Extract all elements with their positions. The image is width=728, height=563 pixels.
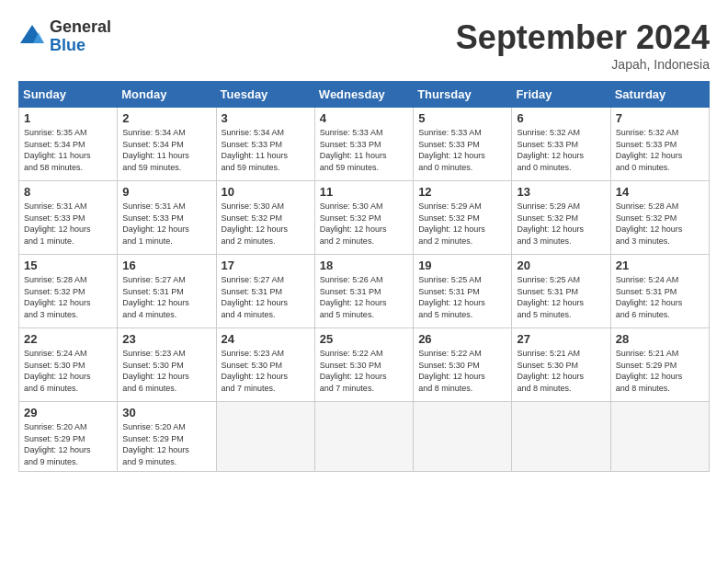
day-number: 11 [320, 185, 408, 199]
logo: General Blue [18, 18, 111, 55]
week-row-2: 8Sunrise: 5:31 AM Sunset: 5:33 PM Daylig… [19, 181, 710, 255]
header-cell-sunday: Sunday [19, 82, 118, 108]
day-cell: 25Sunrise: 5:22 AM Sunset: 5:30 PM Dayli… [314, 328, 413, 402]
header-cell-thursday: Thursday [414, 82, 512, 108]
day-info: Sunrise: 5:28 AM Sunset: 5:32 PM Dayligh… [24, 274, 112, 320]
day-number: 4 [320, 111, 408, 125]
day-info: Sunrise: 5:20 AM Sunset: 5:29 PM Dayligh… [24, 421, 112, 467]
day-cell: 22Sunrise: 5:24 AM Sunset: 5:30 PM Dayli… [19, 328, 118, 402]
day-number: 29 [24, 406, 112, 419]
day-cell: 26Sunrise: 5:22 AM Sunset: 5:30 PM Dayli… [414, 328, 512, 402]
day-cell: 27Sunrise: 5:21 AM Sunset: 5:30 PM Dayli… [512, 328, 610, 402]
day-cell [414, 402, 512, 472]
day-cell: 5Sunrise: 5:33 AM Sunset: 5:33 PM Daylig… [414, 108, 512, 181]
page-header: General Blue September 2024 Japah, Indon… [18, 18, 710, 72]
day-cell: 10Sunrise: 5:30 AM Sunset: 5:32 PM Dayli… [216, 181, 314, 255]
day-number: 1 [24, 111, 112, 125]
header-cell-tuesday: Tuesday [216, 82, 314, 108]
day-number: 19 [418, 259, 506, 272]
week-row-4: 22Sunrise: 5:24 AM Sunset: 5:30 PM Dayli… [19, 328, 710, 402]
day-number: 20 [517, 259, 605, 272]
day-cell: 17Sunrise: 5:27 AM Sunset: 5:31 PM Dayli… [216, 255, 314, 328]
day-number: 8 [24, 185, 112, 199]
day-info: Sunrise: 5:29 AM Sunset: 5:32 PM Dayligh… [517, 201, 605, 247]
header-cell-saturday: Saturday [610, 82, 709, 108]
day-info: Sunrise: 5:30 AM Sunset: 5:32 PM Dayligh… [222, 201, 310, 247]
title-area: September 2024 Japah, Indonesia [456, 18, 710, 72]
day-info: Sunrise: 5:23 AM Sunset: 5:30 PM Dayligh… [122, 348, 210, 394]
day-info: Sunrise: 5:34 AM Sunset: 5:34 PM Dayligh… [122, 127, 210, 173]
day-cell [216, 402, 314, 472]
day-number: 14 [616, 185, 704, 199]
day-cell [512, 402, 610, 472]
day-number: 30 [122, 406, 210, 419]
day-info: Sunrise: 5:25 AM Sunset: 5:31 PM Dayligh… [517, 274, 605, 320]
day-number: 22 [24, 332, 112, 346]
header-row: SundayMondayTuesdayWednesdayThursdayFrid… [19, 82, 710, 108]
day-info: Sunrise: 5:22 AM Sunset: 5:30 PM Dayligh… [418, 348, 506, 394]
day-cell: 8Sunrise: 5:31 AM Sunset: 5:33 PM Daylig… [19, 181, 118, 255]
day-number: 27 [517, 332, 605, 346]
day-cell: 29Sunrise: 5:20 AM Sunset: 5:29 PM Dayli… [19, 402, 118, 472]
calendar-table: SundayMondayTuesdayWednesdayThursdayFrid… [18, 81, 710, 472]
day-info: Sunrise: 5:21 AM Sunset: 5:29 PM Dayligh… [616, 348, 704, 394]
day-number: 2 [122, 111, 210, 125]
day-number: 25 [320, 332, 408, 346]
day-cell: 12Sunrise: 5:29 AM Sunset: 5:32 PM Dayli… [414, 181, 512, 255]
day-cell: 6Sunrise: 5:32 AM Sunset: 5:33 PM Daylig… [512, 108, 610, 181]
day-info: Sunrise: 5:29 AM Sunset: 5:32 PM Dayligh… [418, 201, 506, 247]
day-number: 17 [222, 259, 310, 272]
day-number: 9 [122, 185, 210, 199]
calendar-header: SundayMondayTuesdayWednesdayThursdayFrid… [19, 82, 710, 108]
logo-blue-text: Blue [50, 37, 111, 55]
day-info: Sunrise: 5:28 AM Sunset: 5:32 PM Dayligh… [616, 201, 704, 247]
day-info: Sunrise: 5:27 AM Sunset: 5:31 PM Dayligh… [222, 274, 310, 320]
day-number: 10 [222, 185, 310, 199]
day-cell: 9Sunrise: 5:31 AM Sunset: 5:33 PM Daylig… [118, 181, 216, 255]
day-info: Sunrise: 5:25 AM Sunset: 5:31 PM Dayligh… [418, 274, 506, 320]
week-row-3: 15Sunrise: 5:28 AM Sunset: 5:32 PM Dayli… [19, 255, 710, 328]
logo-icon [18, 23, 46, 51]
day-number: 5 [418, 111, 506, 125]
calendar-body: 1Sunrise: 5:35 AM Sunset: 5:34 PM Daylig… [19, 108, 710, 472]
day-info: Sunrise: 5:30 AM Sunset: 5:32 PM Dayligh… [320, 201, 408, 247]
day-info: Sunrise: 5:31 AM Sunset: 5:33 PM Dayligh… [24, 201, 112, 247]
day-info: Sunrise: 5:23 AM Sunset: 5:30 PM Dayligh… [222, 348, 310, 394]
week-row-5: 29Sunrise: 5:20 AM Sunset: 5:29 PM Dayli… [19, 402, 710, 472]
day-info: Sunrise: 5:24 AM Sunset: 5:31 PM Dayligh… [616, 274, 704, 320]
day-cell: 30Sunrise: 5:20 AM Sunset: 5:29 PM Dayli… [118, 402, 216, 472]
header-cell-friday: Friday [512, 82, 610, 108]
day-number: 15 [24, 259, 112, 272]
day-cell: 18Sunrise: 5:26 AM Sunset: 5:31 PM Dayli… [314, 255, 413, 328]
day-number: 28 [616, 332, 704, 346]
day-cell: 13Sunrise: 5:29 AM Sunset: 5:32 PM Dayli… [512, 181, 610, 255]
day-info: Sunrise: 5:31 AM Sunset: 5:33 PM Dayligh… [122, 201, 210, 247]
day-info: Sunrise: 5:22 AM Sunset: 5:30 PM Dayligh… [320, 348, 408, 394]
day-number: 13 [517, 185, 605, 199]
logo-general-text: General [50, 18, 111, 37]
subtitle: Japah, Indonesia [456, 57, 710, 72]
day-info: Sunrise: 5:20 AM Sunset: 5:29 PM Dayligh… [122, 421, 210, 467]
day-info: Sunrise: 5:21 AM Sunset: 5:30 PM Dayligh… [517, 348, 605, 394]
day-cell: 3Sunrise: 5:34 AM Sunset: 5:33 PM Daylig… [216, 108, 314, 181]
day-cell: 2Sunrise: 5:34 AM Sunset: 5:34 PM Daylig… [118, 108, 216, 181]
day-number: 23 [122, 332, 210, 346]
day-cell: 14Sunrise: 5:28 AM Sunset: 5:32 PM Dayli… [610, 181, 709, 255]
day-info: Sunrise: 5:26 AM Sunset: 5:31 PM Dayligh… [320, 274, 408, 320]
day-number: 12 [418, 185, 506, 199]
day-cell: 7Sunrise: 5:32 AM Sunset: 5:33 PM Daylig… [610, 108, 709, 181]
day-number: 18 [320, 259, 408, 272]
day-info: Sunrise: 5:24 AM Sunset: 5:30 PM Dayligh… [24, 348, 112, 394]
day-number: 21 [616, 259, 704, 272]
day-cell: 23Sunrise: 5:23 AM Sunset: 5:30 PM Dayli… [118, 328, 216, 402]
day-cell [610, 402, 709, 472]
week-row-1: 1Sunrise: 5:35 AM Sunset: 5:34 PM Daylig… [19, 108, 710, 181]
day-info: Sunrise: 5:32 AM Sunset: 5:33 PM Dayligh… [517, 127, 605, 173]
header-cell-monday: Monday [118, 82, 216, 108]
logo-text: General Blue [50, 18, 111, 55]
day-number: 6 [517, 111, 605, 125]
day-cell: 21Sunrise: 5:24 AM Sunset: 5:31 PM Dayli… [610, 255, 709, 328]
day-number: 24 [222, 332, 310, 346]
header-cell-wednesday: Wednesday [314, 82, 413, 108]
day-info: Sunrise: 5:34 AM Sunset: 5:33 PM Dayligh… [222, 127, 310, 173]
